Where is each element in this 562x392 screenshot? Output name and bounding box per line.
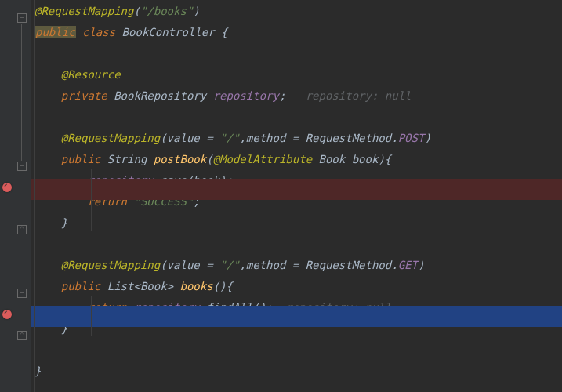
fold-end-icon[interactable]: ⌃ <box>17 225 27 234</box>
keyword: public <box>61 280 101 292</box>
code-line[interactable]: } <box>31 212 562 234</box>
keyword: class <box>82 26 115 38</box>
annotation: @ModelAttribute <box>213 153 312 165</box>
annotation: @RequestMapping <box>61 259 160 271</box>
string-literal: "/books" <box>140 5 193 17</box>
error-line-highlight <box>31 179 562 200</box>
type: BookRepository <box>114 89 206 102</box>
code-line[interactable]: public class BookController { <box>31 22 562 43</box>
annotation: @RequestMapping <box>34 5 133 17</box>
inline-hint: repository: null <box>306 89 412 102</box>
annotation: @Resource <box>61 68 121 81</box>
execution-line-highlight <box>31 306 562 327</box>
punct: ( <box>160 132 166 144</box>
type: RequestMethod. <box>306 259 398 271</box>
punct: = <box>200 132 219 144</box>
code-line[interactable]: @Resource <box>31 64 562 85</box>
punct: ){ <box>378 153 391 165</box>
attr: method <box>246 259 286 271</box>
punct: } <box>61 216 67 229</box>
field: repository <box>213 89 279 102</box>
fold-line <box>21 24 22 161</box>
punct: , <box>239 259 245 271</box>
indent-guide <box>34 0 35 392</box>
punct: (){ <box>213 280 233 292</box>
method: books <box>179 280 212 292</box>
code-line[interactable] <box>31 234 562 255</box>
code-line[interactable]: @RequestMapping(value = "/",method = Req… <box>31 255 562 276</box>
fold-end-icon[interactable]: ⌃ <box>17 331 27 340</box>
code-line[interactable] <box>31 339 562 361</box>
breakpoint-icon[interactable] <box>2 183 12 192</box>
breakpoint-icon[interactable] <box>2 310 12 319</box>
code-line[interactable]: private BookRepository repository; repos… <box>31 85 562 107</box>
attr: value <box>167 259 200 271</box>
code-line[interactable] <box>31 43 562 64</box>
punct: = <box>285 259 305 271</box>
class-name: BookController <box>122 26 215 38</box>
fold-toggle-icon[interactable]: − <box>17 13 27 23</box>
string-literal: "/" <box>219 132 239 144</box>
param: book <box>352 153 379 165</box>
punct: = <box>285 132 305 144</box>
string-literal: "/" <box>219 259 239 271</box>
attr: method <box>246 132 286 144</box>
keyword: public <box>35 26 75 38</box>
punct: = <box>200 259 219 271</box>
attr: value <box>167 132 200 144</box>
annotation: @RequestMapping <box>61 132 160 144</box>
const: GET <box>398 259 418 271</box>
code-line[interactable]: public List<Book> books(){ <box>31 276 562 297</box>
punct: ; <box>279 89 285 102</box>
indent-guide <box>91 169 92 231</box>
indent-guide <box>91 296 92 336</box>
type: String <box>107 153 147 165</box>
punct: { <box>221 26 227 38</box>
punct: ) <box>193 5 199 17</box>
punct: ( <box>206 153 212 165</box>
fold-toggle-icon[interactable]: − <box>17 289 27 298</box>
punct: ) <box>424 132 430 144</box>
code-line[interactable] <box>31 107 562 128</box>
punct: , <box>239 132 245 144</box>
code-line[interactable]: @RequestMapping(value = "/",method = Req… <box>31 128 562 149</box>
keyword: private <box>61 89 107 102</box>
code-editor[interactable]: @RestController @RequestMapping("/books"… <box>31 0 562 392</box>
fold-toggle-icon[interactable]: − <box>17 162 27 171</box>
code-line[interactable]: public String postBook(@ModelAttribute B… <box>31 149 562 170</box>
type: Book <box>319 153 346 165</box>
indent-guide <box>63 43 63 372</box>
code-line[interactable]: @RequestMapping("/books") <box>31 1 562 22</box>
punct: } <box>34 365 41 377</box>
method: postBook <box>154 153 206 165</box>
punct: ) <box>418 259 424 271</box>
const: POST <box>398 132 425 144</box>
punct: ( <box>160 259 166 271</box>
type: RequestMethod. <box>306 132 398 144</box>
code-line[interactable]: } <box>31 361 562 382</box>
type: List<Book> <box>107 280 173 292</box>
punct: ( <box>133 5 140 17</box>
editor-gutter[interactable]: − − ⌃ − ⌃ <box>0 0 31 392</box>
keyword: public <box>61 153 101 165</box>
